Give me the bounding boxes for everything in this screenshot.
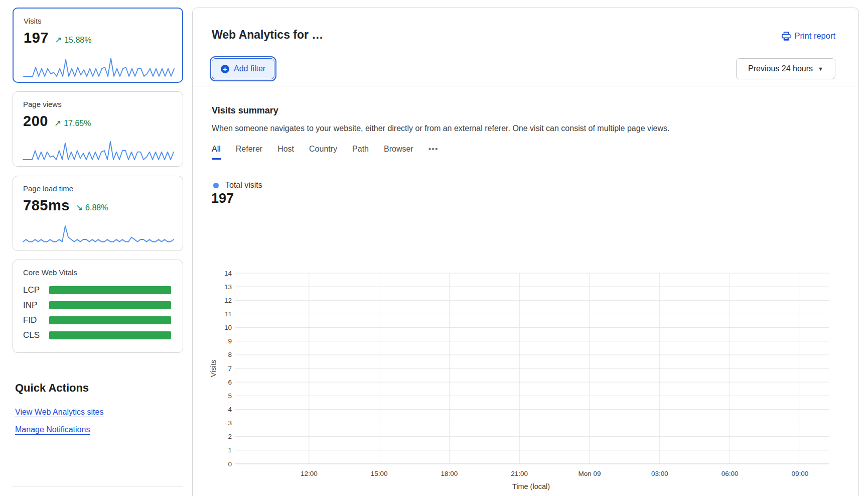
visits-summary-title: Visits summary: [212, 105, 278, 116]
svg-text:8: 8: [228, 351, 232, 358]
svg-text:6: 6: [228, 379, 232, 386]
cwv-row-cls: CLS: [23, 330, 174, 340]
cwv-label-fid: FID: [23, 315, 49, 325]
print-report-button[interactable]: Print report: [782, 31, 835, 41]
tab-all[interactable]: All: [212, 145, 221, 160]
svg-text:06:00: 06:00: [721, 470, 739, 477]
plus-circle-icon: +: [221, 65, 229, 73]
cwv-label-inp: INP: [23, 300, 49, 310]
svg-text:09:00: 09:00: [792, 470, 809, 477]
cwv-bar-cls: [49, 331, 171, 339]
time-range-label: Previous 24 hours: [748, 64, 813, 73]
chevron-down-icon: ▼: [818, 66, 823, 72]
quick-actions-title: Quick Actions: [15, 382, 89, 395]
visits-chart: 0123456789101112131412:0015:0018:0021:00…: [208, 234, 840, 496]
svg-text:0: 0: [228, 460, 232, 468]
visits-card-value: 197: [24, 30, 49, 46]
tab-browser[interactable]: Browser: [384, 145, 413, 160]
trend-up-icon: ↗: [54, 118, 61, 129]
time-range-dropdown[interactable]: Previous 24 hours ▼: [736, 58, 835, 79]
add-filter-button[interactable]: + Add filter: [212, 58, 274, 79]
svg-text:18:00: 18:00: [441, 470, 458, 477]
visits-card-delta: ↗ 15.88%: [55, 35, 92, 45]
cwv-bar-lcp: [49, 286, 171, 294]
legend-label: Total visits: [225, 181, 262, 190]
total-visits-value: 197: [211, 191, 234, 206]
svg-text:2: 2: [228, 433, 232, 440]
tab-country[interactable]: Country: [309, 145, 337, 160]
svg-text:10: 10: [224, 324, 232, 331]
svg-text:7: 7: [228, 365, 232, 373]
core-web-vitals-card[interactable]: Core Web Vitals LCP INP FID CLS: [13, 260, 183, 353]
page-load-time-card-value: 785ms: [23, 197, 70, 214]
header-divider: [193, 86, 858, 86]
page-views-card-delta-value: 17.65%: [64, 119, 91, 128]
visits-card[interactable]: Visits 197 ↗ 15.88%: [13, 8, 183, 83]
visits-card-delta-value: 15.88%: [64, 36, 91, 45]
svg-text:12:00: 12:00: [301, 470, 318, 477]
visits-sparkline: [23, 56, 175, 78]
svg-text:21:00: 21:00: [511, 470, 528, 477]
svg-text:5: 5: [228, 392, 232, 400]
add-filter-label: Add filter: [234, 64, 265, 73]
web-analytics-panel: Web Analytics for … Print report + Add f…: [192, 8, 859, 496]
svg-text:14: 14: [224, 270, 232, 277]
summary-tabs: AllRefererHostCountryPathBrowser•••: [212, 145, 439, 160]
tab-path[interactable]: Path: [352, 145, 369, 160]
cwv-bar-inp: [49, 301, 171, 309]
manage-notifications-link[interactable]: Manage Notifications: [15, 425, 90, 434]
cwv-bar-fid: [49, 316, 171, 324]
page-title: Web Analytics for …: [212, 28, 323, 42]
page-load-time-card[interactable]: Page load time 785ms ↘ 6.88%: [13, 176, 183, 251]
print-report-label: Print report: [794, 31, 835, 41]
tab-referer[interactable]: Referer: [236, 145, 262, 160]
view-web-analytics-sites-link[interactable]: View Web Analytics sites: [15, 408, 103, 417]
printer-icon: [782, 32, 791, 41]
svg-text:1: 1: [228, 446, 232, 454]
svg-text:4: 4: [228, 406, 232, 413]
visits-card-title: Visits: [24, 17, 42, 25]
cwv-row-fid: FID: [23, 315, 174, 325]
visits-line-chart: 0123456789101112131412:0015:0018:0021:00…: [208, 234, 840, 496]
svg-text:Visits: Visits: [209, 360, 217, 377]
cwv-label-lcp: LCP: [23, 285, 49, 295]
svg-text:12: 12: [224, 297, 232, 304]
page-load-time-card-delta-value: 6.88%: [85, 203, 108, 212]
cwv-label-cls: CLS: [23, 330, 49, 340]
tab-[interactable]: •••: [428, 145, 439, 160]
trend-down-icon: ↘: [76, 202, 83, 213]
svg-text:9: 9: [228, 337, 232, 345]
svg-text:3: 3: [228, 419, 232, 427]
cwv-row-lcp: LCP: [23, 285, 174, 295]
page-views-card-title: Page views: [23, 100, 62, 108]
svg-text:Mon 09: Mon 09: [578, 470, 601, 477]
visits-summary-description: When someone navigates to your website, …: [212, 124, 669, 133]
page-views-card-delta: ↗ 17.65%: [54, 118, 91, 129]
page-load-time-card-delta: ↘ 6.88%: [76, 202, 108, 213]
svg-text:03:00: 03:00: [651, 470, 668, 477]
svg-text:Time (local): Time (local): [512, 482, 550, 490]
svg-text:11: 11: [225, 310, 232, 318]
svg-text:15:00: 15:00: [371, 470, 388, 477]
trend-up-icon: ↗: [55, 35, 62, 45]
sidebar-divider: [13, 486, 183, 486]
legend-dot-icon: [213, 183, 219, 188]
cwv-row-inp: INP: [23, 300, 174, 310]
page-load-time-sparkline: [22, 223, 175, 245]
svg-text:13: 13: [224, 283, 232, 291]
page-views-card[interactable]: Page views 200 ↗ 17.65%: [13, 91, 183, 167]
page-views-sparkline: [22, 139, 175, 161]
page-views-card-value: 200: [23, 113, 48, 130]
core-web-vitals-title: Core Web Vitals: [23, 268, 77, 277]
tab-host[interactable]: Host: [277, 145, 294, 160]
page-load-time-card-title: Page load time: [23, 184, 73, 193]
total-visits-legend[interactable]: Total visits: [213, 181, 262, 190]
